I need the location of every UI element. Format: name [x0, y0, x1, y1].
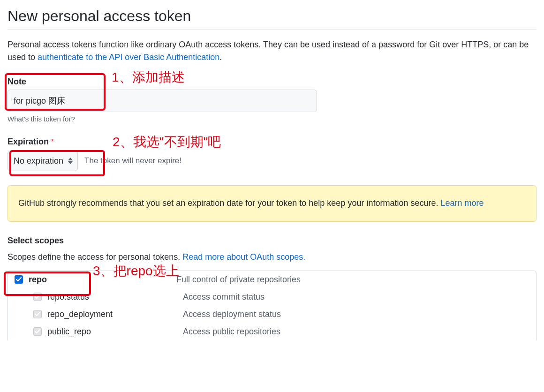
intro-text-after: .: [219, 53, 222, 62]
scope-desc-public-repo: Access public repositories: [183, 327, 280, 337]
scope-name-repo: repo: [29, 275, 47, 285]
scope-row-repo-deployment: repo_deployment Access deployment status: [8, 306, 536, 323]
note-hint: What's this token for?: [8, 115, 536, 123]
scope-desc-repo-status: Access commit status: [183, 292, 264, 302]
warning-learn-more-link[interactable]: Learn more: [440, 198, 484, 208]
select-scopes-heading: Select scopes: [8, 236, 536, 246]
expiration-select[interactable]: No expiration: [8, 151, 78, 171]
scope-row-public-repo: public_repo Access public repositories: [8, 323, 536, 340]
scope-checkbox-repo-deployment[interactable]: [33, 310, 42, 318]
expiration-label: Expiration: [8, 137, 49, 146]
warning-text: GitHub strongly recommends that you set …: [18, 198, 440, 208]
scopes-table: repo Full control of private repositorie…: [8, 271, 536, 340]
expiration-required-mark: *: [51, 138, 53, 146]
select-caret-icon: [68, 158, 73, 164]
note-input[interactable]: [8, 90, 317, 112]
expiration-help-text: The token will never expire!: [84, 156, 181, 166]
scope-desc-repo: Full control of private repositories: [176, 275, 301, 285]
intro-paragraph: Personal access tokens function like ord…: [8, 38, 536, 64]
scope-checkbox-repo[interactable]: [15, 275, 23, 284]
scope-name-repo-status: repo:status: [47, 292, 89, 302]
scope-row-repo-status: repo:status Access commit status: [8, 288, 536, 306]
page-title: New personal access token: [8, 8, 536, 30]
intro-auth-link[interactable]: authenticate to the API over Basic Authe…: [38, 53, 219, 62]
expiration-warning-banner: GitHub strongly recommends that you set …: [8, 185, 536, 222]
scope-name-public-repo: public_repo: [47, 327, 91, 337]
scope-desc-repo-deployment: Access deployment status: [183, 309, 281, 319]
expiration-selected-value: No expiration: [14, 156, 63, 166]
scopes-desc-text: Scopes define the access for personal to…: [8, 252, 182, 262]
scope-name-repo-deployment: repo_deployment: [47, 309, 113, 319]
scope-checkbox-public-repo[interactable]: [33, 327, 42, 336]
note-label: Note: [8, 77, 536, 87]
scope-row-repo: repo Full control of private repositorie…: [8, 271, 536, 288]
scopes-description: Scopes define the access for personal to…: [8, 252, 536, 262]
scope-checkbox-repo-status[interactable]: [33, 293, 42, 301]
scopes-learn-more-link[interactable]: Read more about OAuth scopes.: [182, 252, 305, 262]
